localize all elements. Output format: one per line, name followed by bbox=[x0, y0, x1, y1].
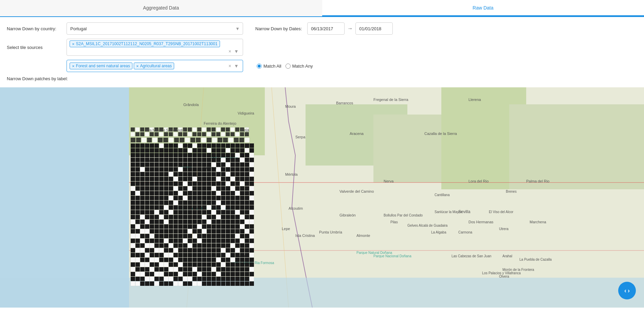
map-svg: Vidigueira Moura Barrancos Fregenal de l… bbox=[0, 87, 644, 308]
svg-rect-236 bbox=[226, 158, 230, 162]
nav-prev-icon: ‹ bbox=[624, 287, 626, 294]
svg-text:Fregenal de la Sierra: Fregenal de la Sierra bbox=[373, 98, 409, 102]
country-select[interactable]: Portugal Spain France Germany bbox=[67, 22, 243, 35]
tab-aggregated[interactable]: Aggregated Data bbox=[0, 0, 322, 16]
svg-rect-403 bbox=[154, 191, 159, 195]
svg-rect-851 bbox=[183, 272, 187, 276]
svg-rect-540 bbox=[188, 215, 192, 219]
svg-rect-352 bbox=[159, 181, 164, 186]
svg-rect-151 bbox=[192, 143, 197, 148]
svg-rect-380 bbox=[169, 186, 173, 191]
svg-rect-392 bbox=[226, 186, 230, 191]
label-tag-clear-button[interactable]: × bbox=[227, 63, 233, 69]
tab-raw[interactable]: Raw Data bbox=[322, 0, 644, 16]
svg-rect-383 bbox=[183, 186, 187, 191]
svg-rect-264 bbox=[235, 162, 240, 167]
match-all-option[interactable]: Match All bbox=[257, 64, 281, 69]
svg-rect-320 bbox=[131, 177, 135, 181]
tile-tag-input[interactable]: × S2A_MSIL1C_20171002T112112_N0205_R037_… bbox=[67, 39, 243, 56]
svg-rect-785 bbox=[240, 258, 244, 262]
svg-rect-27 bbox=[202, 127, 206, 132]
svg-rect-29 bbox=[211, 127, 216, 132]
tile-tag-1-remove[interactable]: × bbox=[72, 42, 75, 46]
tile-tag-input-field[interactable] bbox=[70, 49, 226, 54]
svg-rect-790 bbox=[140, 262, 145, 267]
svg-rect-608 bbox=[140, 229, 145, 233]
label-tag-dropdown-button[interactable]: ▼ bbox=[233, 63, 240, 69]
svg-rect-410 bbox=[188, 191, 192, 195]
svg-rect-543 bbox=[202, 215, 206, 219]
svg-rect-6 bbox=[509, 104, 644, 189]
svg-rect-831 bbox=[211, 267, 216, 272]
svg-rect-885 bbox=[221, 277, 225, 281]
svg-rect-820 bbox=[159, 267, 164, 272]
tile-tag-clear-button[interactable]: × bbox=[227, 49, 233, 54]
tile-tag-dropdown-button[interactable]: ▼ bbox=[233, 49, 240, 54]
svg-rect-726 bbox=[207, 248, 211, 253]
svg-rect-295 bbox=[135, 172, 140, 176]
svg-rect-580 bbox=[131, 224, 135, 229]
svg-rect-850 bbox=[178, 272, 183, 276]
svg-rect-692 bbox=[169, 243, 173, 248]
svg-rect-376 bbox=[150, 186, 154, 191]
date-to-input[interactable] bbox=[355, 22, 393, 35]
map-nav-button[interactable]: ‹ › bbox=[618, 282, 636, 299]
svg-text:Beja: Beja bbox=[241, 128, 249, 133]
svg-rect-158 bbox=[226, 143, 230, 148]
svg-rect-363 bbox=[211, 181, 216, 186]
svg-rect-378 bbox=[159, 186, 164, 191]
label-tag-2-remove[interactable]: × bbox=[136, 64, 139, 68]
svg-rect-77 bbox=[207, 138, 211, 142]
label-tag-input-field[interactable] bbox=[176, 64, 226, 69]
date-from-input[interactable] bbox=[307, 22, 345, 35]
svg-rect-466 bbox=[207, 201, 211, 205]
svg-rect-147 bbox=[173, 143, 178, 148]
svg-rect-843 bbox=[145, 272, 149, 276]
svg-rect-484 bbox=[169, 205, 173, 210]
svg-rect-565 bbox=[183, 220, 187, 224]
svg-rect-889 bbox=[240, 277, 244, 281]
svg-rect-413 bbox=[202, 191, 206, 195]
svg-rect-855 bbox=[202, 272, 206, 276]
label-tag-input[interactable]: × Forest and semi natural areas × Agricu… bbox=[67, 60, 243, 72]
svg-rect-720 bbox=[178, 248, 183, 253]
svg-rect-722 bbox=[188, 248, 192, 253]
svg-rect-581 bbox=[135, 224, 140, 229]
svg-rect-367 bbox=[231, 181, 235, 186]
match-all-radio[interactable] bbox=[257, 64, 262, 69]
svg-rect-838 bbox=[245, 267, 249, 272]
svg-rect-447 bbox=[240, 196, 244, 200]
svg-rect-31 bbox=[221, 127, 225, 132]
label-tag-1-remove[interactable]: × bbox=[72, 64, 75, 68]
match-any-option[interactable]: Match Any bbox=[286, 64, 313, 69]
svg-rect-298 bbox=[150, 172, 154, 176]
svg-rect-353 bbox=[164, 181, 168, 186]
svg-rect-169 bbox=[154, 148, 159, 153]
svg-rect-689 bbox=[154, 243, 159, 248]
match-any-radio[interactable] bbox=[286, 64, 291, 69]
svg-rect-662 bbox=[150, 239, 154, 243]
svg-rect-864 bbox=[245, 272, 249, 276]
svg-rect-520 bbox=[216, 210, 221, 214]
svg-rect-219 bbox=[145, 158, 149, 162]
svg-rect-286 bbox=[216, 167, 221, 172]
svg-text:Palma del Rio: Palma del Rio bbox=[526, 179, 549, 183]
svg-rect-311 bbox=[211, 172, 216, 176]
svg-rect-683 bbox=[250, 239, 254, 243]
svg-rect-514 bbox=[188, 210, 192, 214]
svg-rect-152 bbox=[197, 143, 202, 148]
svg-rect-156 bbox=[216, 143, 221, 148]
svg-rect-667 bbox=[173, 239, 178, 243]
svg-rect-238 bbox=[235, 158, 240, 162]
svg-rect-432 bbox=[169, 196, 173, 200]
svg-rect-485 bbox=[173, 205, 178, 210]
svg-rect-883 bbox=[211, 277, 216, 281]
svg-rect-645 bbox=[192, 234, 197, 238]
svg-rect-266 bbox=[245, 162, 249, 167]
svg-rect-760 bbox=[245, 253, 249, 257]
svg-text:Lora del Rio: Lora del Rio bbox=[468, 179, 489, 183]
svg-rect-452 bbox=[140, 201, 145, 205]
svg-rect-239 bbox=[240, 158, 244, 162]
svg-rect-217 bbox=[135, 158, 140, 162]
svg-rect-869 bbox=[145, 277, 149, 281]
